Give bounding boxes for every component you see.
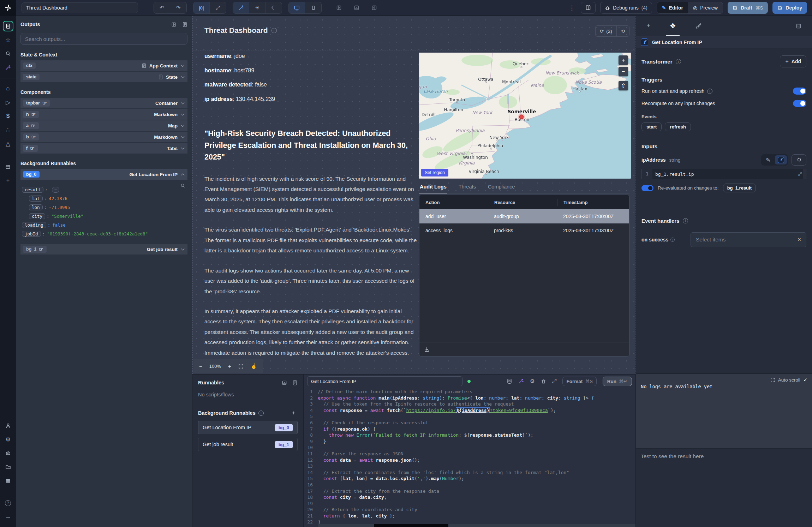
expand-editor-icon[interactable]: ⤢ — [552, 378, 557, 384]
map-component[interactable]: QuébecOttawaMontréalMaineNew BrunswickNo… — [419, 53, 631, 179]
users-icon[interactable] — [3, 420, 13, 431]
json-search-icon[interactable] — [180, 183, 185, 188]
settings-tab[interactable]: ❖ — [666, 16, 680, 36]
apps-icon[interactable] — [3, 21, 13, 31]
cache-db-icon[interactable] — [507, 378, 512, 384]
column-header-action[interactable]: Action — [419, 199, 488, 206]
insert-component-tab[interactable]: + — [643, 16, 654, 36]
output-row-ctx[interactable]: ctxApp Context — [20, 60, 187, 71]
runnable-item-bg_1[interactable]: Get job resultbg_1 — [198, 438, 298, 451]
collapse-bottom-icon[interactable] — [282, 380, 287, 385]
redo-icon[interactable]: ↷ — [170, 2, 186, 13]
app-refresh-button[interactable]: ⟳(2) — [596, 26, 617, 36]
expand-expression-icon[interactable]: ⤢ — [798, 171, 802, 177]
eval-input-mode-button[interactable]: f — [775, 155, 787, 164]
autoscroll-checkbox[interactable]: ✓ — [804, 377, 807, 383]
component-row-topbar[interactable]: topbar☞Container — [20, 98, 187, 108]
json-row-result[interactable]: result:− — [22, 187, 186, 193]
run-button[interactable]: Run⌘↵ — [603, 377, 632, 386]
collapse-panel-icon[interactable] — [171, 22, 177, 27]
map-zoom-out-button[interactable]: − — [619, 67, 628, 76]
on-success-select[interactable]: Select items × — [691, 232, 806, 247]
column-header-timestamp[interactable]: Timestamp — [557, 199, 629, 206]
grid-numbers-toggle[interactable]: |0| — [193, 2, 210, 13]
doc-icon[interactable] — [292, 380, 298, 385]
undo-icon[interactable]: ↶ — [154, 2, 170, 13]
app-title-input[interactable]: Threat Dashboard — [22, 2, 138, 13]
logs-list-icon[interactable]: ≣ — [3, 475, 13, 486]
code-area[interactable]: 1// Define the main function with the re… — [304, 389, 635, 524]
app-recompute-button[interactable]: ⟲ — [617, 26, 629, 36]
collapse-right-panel-icon[interactable] — [371, 5, 377, 11]
json-row-loading[interactable]: loading:false — [22, 222, 186, 228]
table-row[interactable]: access_logsprod-k8s2025-03-30T17:03:00Z — [419, 223, 629, 238]
expand-canvas-icon[interactable]: ⤢ — [210, 2, 226, 13]
resources-icon[interactable]: ∴ — [3, 125, 13, 135]
zoom-out-button[interactable]: − — [199, 363, 202, 369]
event-chip-refresh[interactable]: refresh — [665, 122, 691, 131]
more-menu-icon[interactable]: ⋮ — [567, 4, 576, 12]
json-row-lon[interactable]: lon:-71.0995 — [29, 204, 186, 210]
toggle-recompute-on-any-input-changes[interactable] — [793, 100, 806, 107]
input-expression-editor[interactable]: 1 bg_1.result.ip ⤢ — [641, 169, 806, 179]
add-background-runnable-button[interactable]: + — [289, 409, 298, 417]
toggle-run-on-start-and-app-refresh[interactable] — [793, 88, 806, 95]
table-row[interactable]: add_useraudit-group2025-03-30T17:00:00Z — [419, 209, 629, 223]
event-chip-start[interactable]: start — [641, 122, 662, 131]
script-name-input[interactable]: Get Location From IP — [307, 376, 462, 386]
json-row-lat[interactable]: lat:42.3876 — [29, 196, 186, 202]
settings-gear-icon[interactable]: ⚙ — [3, 434, 13, 445]
static-input-mode-button[interactable]: ✎ — [762, 155, 774, 164]
delete-script-icon[interactable] — [541, 379, 546, 384]
component-row-b[interactable]: b☞Markdown — [20, 132, 187, 142]
folders-icon[interactable] — [3, 462, 13, 472]
component-row-f[interactable]: f☞Tabs — [20, 143, 187, 154]
download-icon[interactable] — [424, 347, 430, 352]
deploy-button[interactable]: Deploy — [772, 2, 807, 14]
runnable-item-bg_0[interactable]: Get Location From IPbg_0 — [198, 421, 298, 434]
variables-icon[interactable]: $ — [3, 111, 13, 121]
collapse-left-panel-icon[interactable] — [336, 5, 342, 11]
collapse-rail-icon[interactable]: → — [3, 511, 13, 522]
map-reset-bearing-button[interactable]: ⇧ — [619, 81, 628, 90]
favorites-star-icon[interactable]: ☆ — [3, 35, 13, 45]
app-canvas[interactable]: Threat Dashboardi ⟳(2) ⟲ username: jdoeh… — [192, 16, 635, 374]
search-icon[interactable] — [3, 48, 13, 59]
mobile-view-icon[interactable] — [305, 2, 321, 13]
dark-mode-icon[interactable]: ☾ — [265, 2, 282, 13]
output-row-state[interactable]: stateState — [20, 72, 187, 82]
component-row-a[interactable]: a☞Map — [20, 120, 187, 131]
pan-hand-icon[interactable]: ☝ — [251, 363, 257, 369]
collapse-right-icon[interactable] — [792, 16, 805, 36]
format-button[interactable]: Format⌘S — [562, 377, 596, 386]
map-zoom-in-button[interactable]: + — [619, 55, 628, 65]
debug-runs-button[interactable]: Debug runs (4) — [600, 2, 652, 14]
json-row-city[interactable]: city:"Somerville" — [29, 213, 186, 219]
expand-logs-icon[interactable] — [770, 378, 775, 382]
desktop-view-icon[interactable] — [289, 2, 305, 13]
runs-icon[interactable]: ▷ — [3, 97, 13, 108]
ai-assistant-icon[interactable] — [3, 62, 13, 73]
script-settings-gear-icon[interactable]: ⚙ — [530, 378, 535, 384]
tab-compliance[interactable]: Compliance — [487, 181, 516, 193]
search-outputs-input[interactable]: Search outputs... — [20, 33, 187, 45]
light-mode-icon[interactable]: ☀ — [249, 2, 265, 13]
preview-tab[interactable]: ◎ Preview — [688, 2, 723, 13]
component-row-h[interactable]: h☞Markdown — [20, 109, 187, 120]
triggers-icon[interactable]: △ — [3, 138, 13, 149]
tab-threats[interactable]: Threats — [458, 181, 477, 193]
ip-location-marker[interactable] — [519, 114, 524, 119]
tab-audit-logs[interactable]: Audit Logs — [419, 181, 447, 193]
workers-icon[interactable] — [3, 448, 13, 459]
fit-screen-icon[interactable] — [238, 364, 244, 369]
ai-gen-icon[interactable] — [518, 378, 524, 384]
column-header-resource[interactable]: Resource — [488, 199, 557, 206]
windmill-logo-icon[interactable] — [0, 0, 16, 16]
zoom-in-button[interactable]: + — [228, 363, 231, 369]
add-transformer-button[interactable]: +Add — [780, 55, 806, 67]
connect-input-icon[interactable] — [792, 154, 806, 166]
styling-tab[interactable] — [692, 16, 705, 36]
editor-tab[interactable]: ✎ Editor — [657, 2, 688, 13]
reeval-dependency-chip[interactable]: bg_1.result — [723, 184, 756, 192]
home-icon[interactable]: ⌂ — [3, 83, 13, 94]
